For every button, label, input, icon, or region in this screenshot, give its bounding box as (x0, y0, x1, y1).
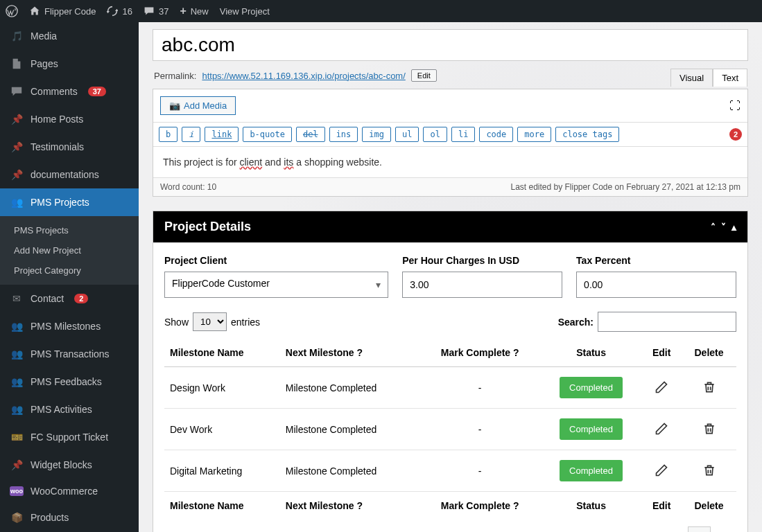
permalink-url[interactable]: https://www.52.11.169.136.xip.io/project… (202, 71, 405, 81)
entries-select[interactable]: 10 (193, 312, 227, 331)
pin-icon: 📌 (10, 112, 24, 126)
quicktags-toolbar: b i link b-quote del ins img ul ol li co… (153, 123, 747, 147)
mail-icon: ✉ (10, 292, 24, 305)
project-client-label: Project Client (164, 255, 388, 266)
search-input[interactable] (598, 312, 736, 332)
sidebar-item-contact[interactable]: ✉Contact2 (0, 285, 139, 312)
error-badge-icon: 2 (729, 128, 742, 141)
cell-next: Milestone Completed (280, 367, 419, 409)
post-title-input[interactable] (153, 29, 748, 61)
comments[interactable]: 37 (144, 6, 168, 17)
toggle-icon[interactable]: ▴ (731, 222, 736, 233)
sidebar-item-pms-milestones[interactable]: 👥PMS Milestones (0, 312, 139, 340)
delete-icon[interactable] (701, 462, 718, 479)
th-next[interactable]: Next Milestone ? (280, 339, 419, 367)
delete-icon[interactable] (701, 379, 718, 396)
table-row: Design WorkMilestone Completed-Completed (164, 367, 736, 409)
th-edit[interactable]: Edit (641, 339, 682, 367)
edit-icon[interactable] (653, 420, 670, 437)
fullscreen-icon[interactable]: ⛶ (729, 100, 741, 112)
search-box: Search: (558, 312, 736, 332)
site-name[interactable]: Flipper Code (29, 6, 96, 17)
tax-label: Tax Percent (576, 255, 736, 266)
sidebar-item-documentations[interactable]: 📌documentations (0, 161, 139, 188)
sidebar-item-fc-support[interactable]: 🎫FC Support Ticket (0, 423, 139, 451)
groups-icon: 👥 (10, 319, 24, 333)
th-mark[interactable]: Mark Complete ? (419, 339, 541, 367)
editor-box: Visual Text 📷Add Media ⛶ b i link b-quot… (153, 89, 748, 197)
permalink-label: Permalink: (154, 71, 196, 81)
sidebar-item-pms-transactions[interactable]: 👥PMS Transactions (0, 340, 139, 368)
sidebar-item-products[interactable]: 📦Products (0, 504, 139, 531)
sidebar-item-widget-blocks[interactable]: 📌Widget Blocks (0, 451, 139, 479)
qt-code[interactable]: code (479, 127, 513, 142)
sidebar-item-pms-feedbacks[interactable]: 👥PMS Feedbacks (0, 368, 139, 396)
sidebar-item-woocommerce[interactable]: wooWooCommerce (0, 479, 139, 504)
qt-ul[interactable]: ul (395, 127, 419, 142)
contact-badge: 2 (74, 294, 88, 303)
cell-mark: - (419, 409, 541, 450)
qt-ins[interactable]: ins (329, 127, 358, 142)
metabox-header: Project Details ˄ ˅ ▴ (153, 211, 747, 242)
status-badge: Completed (560, 418, 623, 440)
page-number[interactable]: 1 (688, 526, 711, 532)
admin-bar: Flipper Code 16 37 +New View Project (0, 0, 762, 22)
edit-permalink-button[interactable]: Edit (411, 69, 437, 82)
tf-status: Status (541, 492, 641, 520)
sidebar-item-home-posts[interactable]: 📌Home Posts (0, 105, 139, 133)
qt-bold[interactable]: b (159, 127, 177, 142)
move-down-icon[interactable]: ˅ (721, 222, 726, 233)
edit-icon[interactable] (653, 462, 670, 479)
sidebar-item-comments[interactable]: Comments37 (0, 78, 139, 105)
tab-text[interactable]: Text (713, 69, 747, 87)
qt-ol[interactable]: ol (423, 127, 447, 142)
tax-input[interactable] (576, 272, 736, 298)
submenu-project-category[interactable]: Project Category (0, 260, 139, 281)
table-row: Digital MarketingMilestone Completed-Com… (164, 450, 736, 492)
qt-close-tags[interactable]: close tags (555, 127, 619, 142)
cell-name: Design Work (164, 367, 280, 409)
view-project[interactable]: View Project (220, 6, 270, 17)
th-delete[interactable]: Delete (682, 339, 736, 367)
cell-name: Dev Work (164, 409, 280, 450)
pin-icon: 📌 (10, 168, 24, 181)
cell-mark: - (419, 450, 541, 492)
project-client-select[interactable]: FlipperCode Customer (164, 272, 388, 298)
add-media-button[interactable]: 📷Add Media (160, 96, 236, 115)
sidebar-item-testimonials[interactable]: 📌Testimonials (0, 133, 139, 161)
page-icon (10, 57, 24, 71)
delete-icon[interactable] (701, 420, 718, 437)
submenu-add-new-project[interactable]: Add New Project (0, 240, 139, 260)
editor-footer: Word count: 10 Last edited by Flipper Co… (153, 177, 747, 196)
qt-more[interactable]: more (517, 127, 551, 142)
groups-icon: 👥 (10, 195, 24, 209)
sidebar-item-pms-activities[interactable]: 👥PMS Activities (0, 396, 139, 423)
qt-link[interactable]: link (205, 127, 239, 142)
comment-icon (10, 85, 24, 98)
table-row: Dev WorkMilestone Completed-Completed (164, 409, 736, 450)
th-status[interactable]: Status (541, 339, 641, 367)
groups-icon: 👥 (10, 375, 24, 389)
sidebar-item-media[interactable]: 🎵Media (0, 22, 139, 50)
qt-li[interactable]: li (451, 127, 475, 142)
pagination: Showing 1 to 3 of 3 entries Previous 1 N… (164, 520, 736, 532)
pin-icon: 📌 (10, 458, 24, 472)
new-content[interactable]: +New (180, 5, 208, 17)
sidebar-item-pms-projects[interactable]: 👥PMS Projects (0, 188, 139, 216)
qt-del[interactable]: del (296, 127, 325, 142)
qt-img[interactable]: img (362, 127, 391, 142)
edit-icon[interactable] (653, 379, 670, 396)
editor-textarea[interactable]: This project is for client and its a sho… (153, 147, 747, 177)
submenu-pms-projects[interactable]: PMS Projects (0, 220, 139, 240)
sidebar-item-pages[interactable]: Pages (0, 50, 139, 78)
move-up-icon[interactable]: ˄ (711, 222, 716, 233)
rate-input[interactable] (402, 272, 562, 298)
qt-bquote[interactable]: b-quote (243, 127, 292, 142)
updates[interactable]: 16 (107, 6, 132, 17)
tab-visual[interactable]: Visual (670, 69, 713, 87)
tf-delete: Delete (682, 492, 736, 520)
th-name[interactable]: Milestone Name (164, 339, 280, 367)
metabox-title: Project Details (164, 220, 251, 234)
qt-italic[interactable]: i (182, 127, 200, 142)
wp-logo[interactable] (6, 5, 18, 17)
